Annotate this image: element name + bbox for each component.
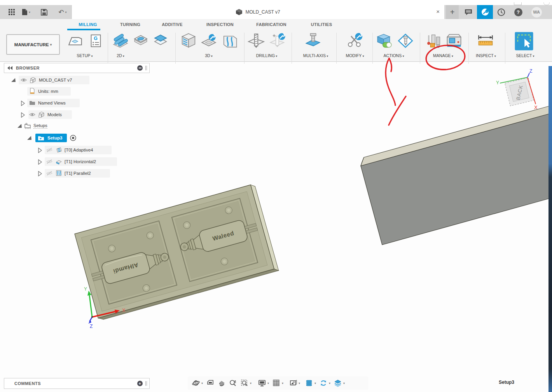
regenerate-button[interactable]: ▾ [319,379,330,387]
collapse-panel-icon[interactable] [7,66,13,70]
mold-body[interactable]: AlHamdi Waleed [75,184,279,321]
group-label-setup[interactable]: SETUP [77,53,93,58]
tree-row-root[interactable]: MOLD_CAST v7 [10,76,72,84]
tree-label[interactable]: Setup3 [47,136,62,140]
swarf-icon[interactable] [304,32,322,51]
pan-button[interactable] [218,379,225,387]
expand-open-icon[interactable] [16,123,23,129]
panel-remove-icon[interactable] [137,65,143,71]
save-button[interactable] [40,5,48,19]
new-tab-button[interactable]: + [446,5,459,19]
tab-additive[interactable]: ADDITIVE [162,22,183,27]
panel-drag-handle[interactable] [145,66,147,70]
window-select-icon[interactable] [514,31,534,53]
document-tab[interactable]: MOLD_CAST v7 × [72,5,444,19]
help-icon[interactable]: ? [513,5,523,19]
group-label-inspect[interactable]: INSPECT [476,53,496,58]
eye-hidden-icon[interactable] [46,158,53,165]
history-clock-icon[interactable] [496,5,506,19]
tree-label[interactable]: [T1] Parallel2 [65,171,91,176]
orbit-button[interactable]: ▾ [192,379,203,387]
add-comment-icon[interactable]: + [137,381,143,386]
setup3-selected-item[interactable]: Setup3 [35,134,67,142]
expand-closed-icon[interactable] [19,112,26,118]
comments-chat-icon[interactable] [463,5,474,19]
panel-drag-handle[interactable] [145,381,147,386]
expand-closed-icon[interactable] [37,170,43,176]
tree-label[interactable]: MOLD_CAST v7 [39,78,72,82]
group-label-modify[interactable]: MODIFY [346,53,364,58]
eye-visible-icon[interactable] [20,77,27,84]
tree-row-named-views[interactable]: Named Views [19,99,66,107]
tab-inspection[interactable]: INSPECTION [206,22,234,27]
expand-closed-icon[interactable] [37,147,43,153]
avatar[interactable]: WA [530,5,543,19]
undo-button[interactable]: ↶▾ [56,5,70,19]
stock-body[interactable] [361,105,552,245]
display-settings-button[interactable]: ▾ [258,379,269,387]
3d-steep-shallow-icon[interactable] [200,32,218,51]
expand-open-icon[interactable] [26,135,32,141]
tree-row-op-horizontal2[interactable]: [T1] Horizontal2 [37,157,96,166]
face-icon[interactable] [152,32,169,51]
expand-open-icon[interactable] [10,77,16,83]
3d-parallel-icon[interactable] [220,32,238,51]
job-status-button[interactable] [477,5,493,19]
tree-row-op-parallel2[interactable]: [T1] Parallel2 [37,169,91,178]
2d-pocket-icon[interactable] [132,32,149,51]
expand-closed-icon[interactable] [37,159,43,165]
tree-label[interactable]: Setups [33,123,47,129]
viewports-button[interactable]: ▾ [289,379,300,387]
browser-panel-header[interactable]: BROWSER [4,63,150,73]
group-label-actions[interactable]: ACTIONS [384,53,404,58]
2d-adaptive-icon[interactable] [112,32,129,51]
tree-label[interactable]: Models [47,112,62,117]
drill-advanced-icon[interactable] [269,32,287,51]
active-setup-radio-icon[interactable] [70,134,77,141]
setup-icon[interactable] [67,32,84,51]
eye-visible-icon[interactable] [29,111,36,118]
drill-icon[interactable] [247,32,265,51]
toolpath-steps-button[interactable]: ▾ [305,379,316,387]
group-label-2d[interactable]: 2D [117,53,124,58]
3d-adaptive-icon[interactable] [180,32,197,51]
post-process-icon[interactable] [397,32,414,51]
tree-row-setup3[interactable]: Setup3 [26,134,79,142]
tree-row-models[interactable]: Models [19,110,62,119]
group-label-select[interactable]: SELECT [516,53,534,58]
tree-row-setups[interactable]: Setups [16,122,47,130]
tab-fabrication[interactable]: FABRICATION [256,22,286,27]
measure-icon[interactable] [477,32,494,51]
tree-label[interactable]: [T1] Horizontal2 [65,159,96,164]
close-tab-icon[interactable]: × [436,8,440,15]
expand-closed-icon[interactable] [19,100,26,106]
machine-library-icon[interactable] [445,32,463,51]
group-label-multi-axis[interactable]: MULTI-AXIS [303,53,328,58]
trim-toolpath-icon[interactable] [346,32,364,51]
tree-label[interactable]: Units: mm [38,89,58,94]
group-label-manage[interactable]: MANAGE [433,53,453,58]
tree-label[interactable]: Named Views [38,101,66,105]
eye-hidden-icon[interactable] [46,170,53,177]
tab-milling[interactable]: MILLING [79,22,97,27]
tree-row-units[interactable]: Units: mm [29,87,58,96]
eye-hidden-icon[interactable] [46,146,53,153]
group-label-3d[interactable]: 3D [205,53,213,58]
zoom-window-button[interactable]: ▾ [240,379,252,387]
tool-library-icon[interactable] [424,32,442,51]
nc-program-icon[interactable]: G [88,32,103,51]
workspace-selector-button[interactable]: MANUFACTURE▾ [6,34,60,55]
zoom-button[interactable] [229,379,237,387]
look-at-button[interactable] [206,379,215,387]
stock-layers-button[interactable]: ▾ [334,379,345,387]
group-label-drilling[interactable]: DRILLING [256,53,278,58]
comments-panel-header[interactable]: COMMENTS + [4,378,150,389]
view-cube[interactable]: BACK Y Z X [496,68,538,110]
grid-and-snaps-button[interactable]: ▾ [272,379,283,387]
new-file-button[interactable]: ▾ [19,5,33,19]
tree-row-op-adaptive4[interactable]: [T0] Adaptive4 [37,146,93,154]
tab-turning[interactable]: TURNING [120,22,140,27]
app-grid-icon[interactable] [7,5,16,19]
simulate-icon[interactable] [376,32,393,51]
tree-label[interactable]: [T0] Adaptive4 [65,148,93,152]
